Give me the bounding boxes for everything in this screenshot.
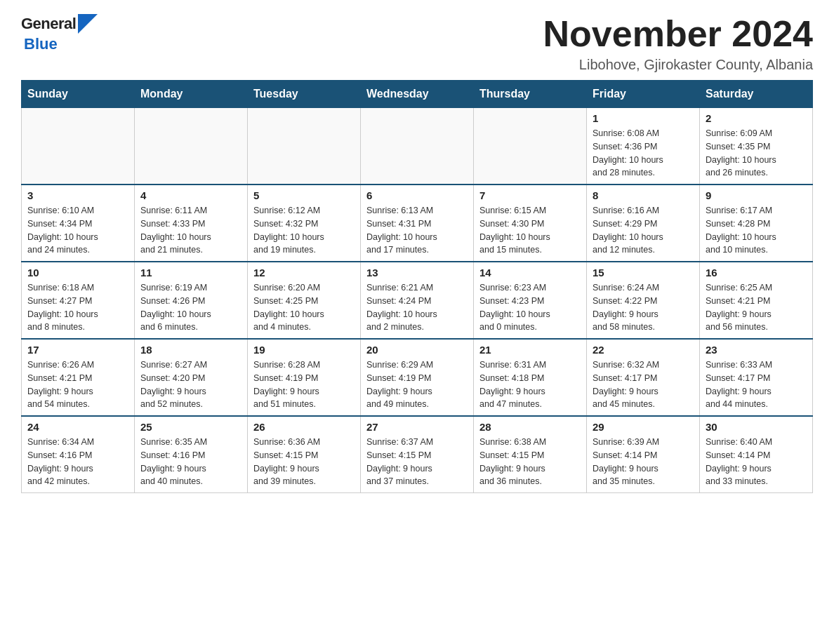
calendar-day-cell: 27Sunrise: 6:37 AM Sunset: 4:15 PM Dayli…: [361, 416, 474, 493]
day-number: 18: [140, 344, 241, 356]
day-number: 9: [706, 189, 807, 201]
day-info: Sunrise: 6:18 AM Sunset: 4:27 PM Dayligh…: [27, 281, 128, 334]
day-number: 19: [253, 344, 355, 356]
calendar-day-cell: 30Sunrise: 6:40 AM Sunset: 4:14 PM Dayli…: [700, 416, 813, 493]
calendar-day-cell: [22, 108, 135, 185]
calendar-day-cell: 8Sunrise: 6:16 AM Sunset: 4:29 PM Daylig…: [587, 185, 700, 262]
calendar-day-cell: 6Sunrise: 6:13 AM Sunset: 4:31 PM Daylig…: [361, 185, 474, 262]
calendar-day-cell: 28Sunrise: 6:38 AM Sunset: 4:15 PM Dayli…: [474, 416, 587, 493]
day-number: 25: [140, 421, 241, 433]
calendar-header-friday: Friday: [587, 81, 700, 108]
calendar-day-cell: 3Sunrise: 6:10 AM Sunset: 4:34 PM Daylig…: [22, 185, 135, 262]
calendar-day-cell: 23Sunrise: 6:33 AM Sunset: 4:17 PM Dayli…: [700, 339, 813, 416]
day-number: 23: [706, 344, 807, 356]
day-info: Sunrise: 6:09 AM Sunset: 4:35 PM Dayligh…: [706, 127, 807, 180]
day-info: Sunrise: 6:27 AM Sunset: 4:20 PM Dayligh…: [140, 358, 241, 411]
calendar-day-cell: 7Sunrise: 6:15 AM Sunset: 4:30 PM Daylig…: [474, 185, 587, 262]
calendar-table: SundayMondayTuesdayWednesdayThursdayFrid…: [21, 80, 813, 493]
day-info: Sunrise: 6:21 AM Sunset: 4:24 PM Dayligh…: [366, 281, 468, 334]
day-info: Sunrise: 6:12 AM Sunset: 4:32 PM Dayligh…: [253, 204, 355, 257]
svg-marker-0: [78, 14, 98, 34]
day-info: Sunrise: 6:26 AM Sunset: 4:21 PM Dayligh…: [27, 358, 128, 411]
location-text: Libohove, Gjirokaster County, Albania: [543, 57, 813, 73]
calendar-day-cell: 29Sunrise: 6:39 AM Sunset: 4:14 PM Dayli…: [587, 416, 700, 493]
day-info: Sunrise: 6:31 AM Sunset: 4:18 PM Dayligh…: [479, 358, 581, 411]
day-number: 3: [27, 189, 128, 201]
page-header: General Blue November 2024 Libohove, Gji…: [21, 14, 813, 73]
day-number: 17: [27, 344, 128, 356]
day-info: Sunrise: 6:17 AM Sunset: 4:28 PM Dayligh…: [706, 204, 807, 257]
calendar-header-sunday: Sunday: [22, 81, 135, 108]
calendar-week-row: 17Sunrise: 6:26 AM Sunset: 4:21 PM Dayli…: [22, 339, 813, 416]
calendar-day-cell: 2Sunrise: 6:09 AM Sunset: 4:35 PM Daylig…: [700, 108, 813, 185]
calendar-day-cell: [361, 108, 474, 185]
day-info: Sunrise: 6:24 AM Sunset: 4:22 PM Dayligh…: [593, 281, 694, 334]
day-info: Sunrise: 6:38 AM Sunset: 4:15 PM Dayligh…: [479, 436, 581, 488]
day-number: 8: [593, 189, 694, 201]
day-info: Sunrise: 6:16 AM Sunset: 4:29 PM Dayligh…: [593, 204, 694, 257]
day-info: Sunrise: 6:33 AM Sunset: 4:17 PM Dayligh…: [706, 358, 807, 411]
logo-general-text: General: [21, 15, 76, 33]
calendar-week-row: 1Sunrise: 6:08 AM Sunset: 4:36 PM Daylig…: [22, 108, 813, 185]
day-number: 7: [479, 189, 581, 201]
day-number: 6: [366, 189, 468, 201]
day-number: 15: [593, 267, 694, 279]
day-info: Sunrise: 6:10 AM Sunset: 4:34 PM Dayligh…: [27, 204, 128, 257]
calendar-day-cell: 15Sunrise: 6:24 AM Sunset: 4:22 PM Dayli…: [587, 262, 700, 339]
day-number: 12: [253, 267, 355, 279]
day-number: 20: [366, 344, 468, 356]
day-info: Sunrise: 6:28 AM Sunset: 4:19 PM Dayligh…: [253, 358, 355, 411]
day-number: 24: [27, 421, 128, 433]
month-title: November 2024: [543, 14, 813, 54]
calendar-day-cell: 18Sunrise: 6:27 AM Sunset: 4:20 PM Dayli…: [135, 339, 248, 416]
day-info: Sunrise: 6:15 AM Sunset: 4:30 PM Dayligh…: [479, 204, 581, 257]
day-number: 10: [27, 267, 128, 279]
day-number: 5: [253, 189, 355, 201]
logo-blue-text: Blue: [24, 35, 58, 53]
day-number: 16: [706, 267, 807, 279]
day-number: 14: [479, 267, 581, 279]
day-info: Sunrise: 6:11 AM Sunset: 4:33 PM Dayligh…: [140, 204, 241, 257]
calendar-day-cell: 21Sunrise: 6:31 AM Sunset: 4:18 PM Dayli…: [474, 339, 587, 416]
day-info: Sunrise: 6:19 AM Sunset: 4:26 PM Dayligh…: [140, 281, 241, 334]
day-info: Sunrise: 6:36 AM Sunset: 4:15 PM Dayligh…: [253, 436, 355, 488]
calendar-day-cell: [248, 108, 361, 185]
day-info: Sunrise: 6:40 AM Sunset: 4:14 PM Dayligh…: [706, 436, 807, 488]
calendar-day-cell: 9Sunrise: 6:17 AM Sunset: 4:28 PM Daylig…: [700, 185, 813, 262]
calendar-day-cell: 20Sunrise: 6:29 AM Sunset: 4:19 PM Dayli…: [361, 339, 474, 416]
calendar-header-wednesday: Wednesday: [361, 81, 474, 108]
calendar-day-cell: 10Sunrise: 6:18 AM Sunset: 4:27 PM Dayli…: [22, 262, 135, 339]
day-info: Sunrise: 6:34 AM Sunset: 4:16 PM Dayligh…: [27, 436, 128, 488]
calendar-week-row: 10Sunrise: 6:18 AM Sunset: 4:27 PM Dayli…: [22, 262, 813, 339]
day-number: 21: [479, 344, 581, 356]
day-number: 22: [593, 344, 694, 356]
calendar-header-tuesday: Tuesday: [248, 81, 361, 108]
calendar-day-cell: 25Sunrise: 6:35 AM Sunset: 4:16 PM Dayli…: [135, 416, 248, 493]
day-info: Sunrise: 6:25 AM Sunset: 4:21 PM Dayligh…: [706, 281, 807, 334]
day-info: Sunrise: 6:29 AM Sunset: 4:19 PM Dayligh…: [366, 358, 468, 411]
calendar-day-cell: 1Sunrise: 6:08 AM Sunset: 4:36 PM Daylig…: [587, 108, 700, 185]
calendar-header-monday: Monday: [135, 81, 248, 108]
day-number: 11: [140, 267, 241, 279]
day-number: 30: [706, 421, 807, 433]
logo-triangle-icon: [78, 14, 98, 34]
calendar-day-cell: [474, 108, 587, 185]
day-number: 4: [140, 189, 241, 201]
day-number: 28: [479, 421, 581, 433]
calendar-header-saturday: Saturday: [700, 81, 813, 108]
calendar-week-row: 24Sunrise: 6:34 AM Sunset: 4:16 PM Dayli…: [22, 416, 813, 493]
calendar-day-cell: 24Sunrise: 6:34 AM Sunset: 4:16 PM Dayli…: [22, 416, 135, 493]
calendar-day-cell: 13Sunrise: 6:21 AM Sunset: 4:24 PM Dayli…: [361, 262, 474, 339]
calendar-day-cell: 4Sunrise: 6:11 AM Sunset: 4:33 PM Daylig…: [135, 185, 248, 262]
calendar-header-row: SundayMondayTuesdayWednesdayThursdayFrid…: [22, 81, 813, 108]
day-info: Sunrise: 6:37 AM Sunset: 4:15 PM Dayligh…: [366, 436, 468, 488]
day-info: Sunrise: 6:39 AM Sunset: 4:14 PM Dayligh…: [593, 436, 694, 488]
calendar-day-cell: 19Sunrise: 6:28 AM Sunset: 4:19 PM Dayli…: [248, 339, 361, 416]
day-number: 26: [253, 421, 355, 433]
day-info: Sunrise: 6:35 AM Sunset: 4:16 PM Dayligh…: [140, 436, 241, 488]
calendar-day-cell: 14Sunrise: 6:23 AM Sunset: 4:23 PM Dayli…: [474, 262, 587, 339]
logo: General Blue: [21, 14, 98, 53]
calendar-day-cell: 22Sunrise: 6:32 AM Sunset: 4:17 PM Dayli…: [587, 339, 700, 416]
calendar-week-row: 3Sunrise: 6:10 AM Sunset: 4:34 PM Daylig…: [22, 185, 813, 262]
day-info: Sunrise: 6:20 AM Sunset: 4:25 PM Dayligh…: [253, 281, 355, 334]
